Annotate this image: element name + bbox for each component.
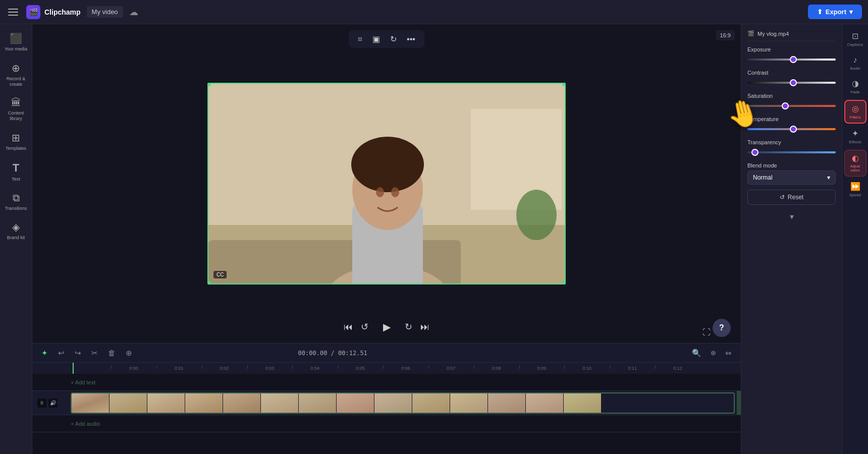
- play-button[interactable]: ▶: [376, 317, 397, 337]
- export-button[interactable]: ⬆ Export ▾: [808, 5, 862, 19]
- video-thumb: [147, 393, 185, 413]
- effects-icon: ✦: [852, 129, 858, 138]
- timeline-cursor-button[interactable]: ✦: [38, 347, 51, 359]
- cloud-sync-icon: ☁: [129, 7, 138, 18]
- tool-speed[interactable]: ⏩ Speed: [844, 179, 866, 201]
- add-audio-row[interactable]: + Add audio: [32, 415, 741, 432]
- ruler-mark: 0:06: [383, 366, 428, 371]
- tool-captions[interactable]: ⊡ Captions: [844, 28, 866, 50]
- ruler-mark: 0:05: [338, 366, 383, 371]
- tool-label: Captions: [847, 42, 863, 47]
- left-sidebar: ⬛ Your media ⊕ Record & create 🏛 Content…: [0, 24, 32, 454]
- frame-tool-button[interactable]: ▣: [369, 33, 383, 45]
- tool-label: Effects: [849, 140, 861, 145]
- cut-button[interactable]: ✂: [88, 347, 101, 359]
- tool-label: Speed: [849, 193, 861, 198]
- sidebar-item-label: Text: [12, 177, 20, 182]
- delete-button[interactable]: 🗑: [105, 347, 119, 359]
- skip-to-end-button[interactable]: ⏭: [420, 322, 429, 332]
- color-panel: 🎬 My vlog.mp4 Exposure Contrast Saturati…: [741, 24, 842, 454]
- ruler-mark: 0:12: [655, 366, 700, 371]
- more-options-button[interactable]: •••: [404, 33, 418, 45]
- video-title[interactable]: My video: [87, 6, 123, 18]
- add-audio-label[interactable]: + Add audio: [71, 421, 100, 427]
- rotate-tool-button[interactable]: ↻: [387, 33, 400, 45]
- saturation-slider-container: [747, 101, 836, 111]
- exposure-slider[interactable]: [747, 59, 836, 61]
- video-thumb: [412, 393, 450, 413]
- blend-mode-value: Normal: [753, 174, 773, 181]
- your-media-icon: ⬛: [10, 32, 22, 44]
- video-strip[interactable]: [71, 392, 735, 414]
- panel-expand-button[interactable]: ▾: [790, 212, 794, 221]
- fit-view-button[interactable]: ⇔: [722, 347, 735, 359]
- transparency-slider-container: [747, 147, 836, 157]
- playback-controls: ⏮ ↺ ▶ ↻ ⏭: [344, 317, 429, 337]
- record-create-icon: ⊕: [12, 62, 20, 74]
- video-thumb: [526, 393, 564, 413]
- video-thumb: [185, 393, 223, 413]
- tool-effects[interactable]: ✦ Effects: [844, 126, 866, 148]
- sidebar-item-label: Transitions: [5, 206, 27, 211]
- contrast-slider[interactable]: [747, 82, 836, 84]
- sidebar-item-templates[interactable]: ⊞ Templates: [2, 128, 30, 155]
- frame-handle-bl[interactable]: [207, 281, 211, 285]
- captions-icon: ⊡: [852, 31, 858, 41]
- redo-button[interactable]: ↪: [72, 347, 84, 359]
- zoom-out-button[interactable]: 🔍: [689, 347, 704, 359]
- skip-to-start-button[interactable]: ⏮: [344, 322, 353, 332]
- tool-fade[interactable]: ◑ Fade: [844, 76, 866, 98]
- content-library-icon: 🏛: [11, 97, 21, 108]
- transparency-slider[interactable]: [747, 151, 836, 153]
- rewind-button[interactable]: ↺: [361, 321, 368, 332]
- fast-forward-button[interactable]: ↻: [405, 321, 412, 332]
- sidebar-item-your-media[interactable]: ⬛ Your media: [2, 28, 30, 56]
- add-media-button[interactable]: ⊕: [123, 347, 135, 359]
- frame-handle-tr[interactable]: [562, 83, 566, 86]
- ruler-mark: 0:11: [610, 366, 655, 371]
- undo-button[interactable]: ↩: [55, 347, 68, 359]
- zoom-in-button[interactable]: ⊕: [708, 347, 719, 359]
- video-frame[interactable]: CC: [207, 83, 566, 285]
- sidebar-item-label: Content library: [4, 110, 28, 122]
- topbar: 🎬 Clipchamp My video ☁ ⬆ Export ▾: [0, 0, 868, 24]
- tool-audio[interactable]: ♪ Audio: [844, 52, 866, 74]
- sidebar-item-brand-kit[interactable]: ◈ Brand kit: [2, 217, 30, 245]
- track-volume-button[interactable]: 🔊: [48, 399, 58, 408]
- add-text-label[interactable]: + Add text: [71, 379, 95, 385]
- templates-icon: ⊞: [12, 132, 20, 144]
- main-layout: ⬛ Your media ⊕ Record & create 🏛 Content…: [0, 24, 868, 454]
- ruler-mark: 0:03: [247, 366, 293, 371]
- frame-handle-br[interactable]: [562, 281, 566, 285]
- sidebar-item-text[interactable]: T Text: [2, 157, 30, 186]
- timeline-time-display: 00:00.00 / 00:12.51: [298, 350, 367, 357]
- ruler-mark: 0:10: [564, 366, 610, 371]
- video-thumb: [337, 393, 374, 413]
- svg-point-9: [351, 137, 424, 192]
- sidebar-item-content-library[interactable]: 🏛 Content library: [2, 93, 30, 126]
- tool-adjust-colors[interactable]: ◐ Adjust colors: [844, 150, 866, 177]
- blend-mode-select[interactable]: Normal ▾: [747, 171, 836, 185]
- tool-filters[interactable]: ◎ Filters: [844, 100, 866, 124]
- ruler-mark: 0:04: [292, 366, 338, 371]
- blend-mode-chevron-icon: ▾: [827, 174, 830, 181]
- help-button[interactable]: ?: [713, 319, 731, 337]
- center-area: ⌗ ▣ ↻ ••• 16:9: [32, 24, 741, 454]
- sidebar-item-transitions[interactable]: ⧉ Transitions: [2, 188, 30, 215]
- svg-point-11: [391, 187, 399, 197]
- add-text-row[interactable]: + Add text: [32, 374, 741, 391]
- crop-tool-button[interactable]: ⌗: [355, 33, 365, 45]
- exposure-slider-container: [747, 54, 836, 65]
- timeline-playhead[interactable]: [73, 363, 74, 374]
- sidebar-item-record-create[interactable]: ⊕ Record & create: [2, 58, 30, 91]
- track-mute-button[interactable]: ⏸: [37, 399, 46, 408]
- video-background: [208, 84, 566, 285]
- saturation-slider[interactable]: [747, 105, 836, 107]
- menu-icon[interactable]: [6, 5, 20, 19]
- reset-button[interactable]: ↺ Reset: [747, 190, 836, 205]
- temperature-slider[interactable]: [747, 128, 836, 130]
- video-thumb: [110, 393, 147, 413]
- blend-mode-group: Blend mode Normal ▾: [747, 162, 836, 185]
- text-icon: T: [13, 161, 19, 175]
- fullscreen-button[interactable]: ⛶: [702, 328, 711, 337]
